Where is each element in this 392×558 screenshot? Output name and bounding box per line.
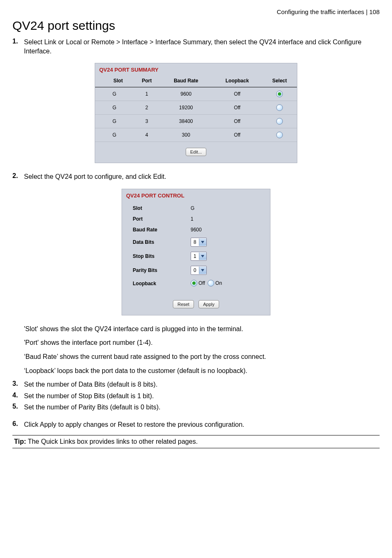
label-baud: Baud Rate	[133, 227, 191, 233]
cell-port: 4	[134, 128, 160, 142]
stop-bits-value: 1	[194, 253, 196, 259]
reset-button[interactable]: Reset	[173, 300, 194, 308]
chevron-down-icon	[199, 238, 206, 246]
chevron-down-icon	[199, 253, 206, 260]
table-row: G 2 19200 Off	[95, 101, 297, 115]
step-2-text: Select the QV24 port to configure, and c…	[24, 172, 166, 181]
step-5-text: Set the number of Parity Bits (default i…	[24, 403, 160, 412]
label-loopback: Loopback	[133, 281, 191, 286]
summary-table: Slot Port Baud Rate Loopback Select G 1 …	[95, 75, 297, 142]
apply-button[interactable]: Apply	[198, 300, 219, 308]
select-radio-2[interactable]	[276, 104, 283, 111]
label-stop-bits: Stop Bits	[133, 253, 191, 259]
cell-baud: 19200	[160, 101, 212, 115]
col-select: Select	[262, 75, 297, 87]
col-slot: Slot	[95, 75, 134, 87]
parity-bits-value: 0	[194, 267, 196, 273]
loopback-on-label: On	[215, 280, 222, 286]
cell-slot: G	[95, 115, 134, 128]
loopback-off-label: Off	[198, 280, 205, 286]
value-port: 1	[191, 216, 263, 222]
step-4: 4. Set the number of Stop Bits (default …	[12, 392, 380, 401]
cell-loopback: Off	[212, 87, 262, 101]
step-3-text: Set the number of Data Bits (default is …	[24, 380, 158, 389]
data-bits-value: 8	[194, 239, 196, 245]
cell-loopback: Off	[212, 101, 262, 115]
step-5-number: 5.	[12, 403, 24, 412]
label-data-bits: Data Bits	[133, 239, 191, 245]
step-1-number: 1.	[12, 38, 24, 55]
cell-baud: 300	[160, 128, 212, 142]
tip-box: Tip: The Quick Links box provides links …	[12, 435, 380, 448]
table-row: G 4 300 Off	[95, 128, 297, 142]
step-6: 6. Click Apply to apply changes or Reset…	[12, 420, 380, 429]
desc-baud: ‘Baud Rate’ shows the current baud rate …	[24, 352, 380, 361]
desc-loopback: ‘Loopback’ loops back the port data to t…	[24, 366, 380, 375]
loopback-on-radio[interactable]	[208, 280, 214, 286]
qv24-port-summary-panel: QV24 PORT SUMMARY Slot Port Baud Rate Lo…	[95, 63, 297, 163]
desc-port: 'Port' shows the interface port number (…	[24, 338, 380, 347]
cell-slot: G	[95, 128, 134, 142]
step-2: 2. Select the QV24 port to configure, an…	[12, 172, 380, 181]
col-baud: Baud Rate	[160, 75, 212, 87]
parity-bits-select[interactable]: 0	[191, 266, 207, 275]
label-parity-bits: Parity Bits	[133, 267, 191, 273]
header-breadcrumb: Configuring the traffic interfaces | 108	[12, 8, 380, 15]
stop-bits-select[interactable]: 1	[191, 252, 207, 261]
step-4-text: Set the number of Stop Bits (default is …	[24, 392, 154, 401]
value-baud: 9600	[191, 227, 263, 233]
page-title: QV24 port settings	[12, 19, 380, 33]
value-slot: G	[191, 205, 263, 211]
select-radio-3[interactable]	[276, 118, 283, 125]
cell-port: 1	[134, 87, 160, 101]
qv24-port-control-panel: QV24 PORT CONTROL Slot G Port 1 Baud Rat…	[122, 189, 270, 315]
tip-text: The Quick Links box provides links to ot…	[26, 438, 198, 445]
step-3: 3. Set the number of Data Bits (default …	[12, 380, 380, 389]
cell-baud: 38400	[160, 115, 212, 128]
edit-button[interactable]: Edit...	[186, 148, 206, 156]
step-6-text: Click Apply to apply changes or Reset to…	[24, 420, 244, 429]
step-1: 1. Select Link or Local or Remote > Inte…	[12, 38, 380, 55]
table-row: G 1 9600 Off	[95, 87, 297, 101]
tip-label: Tip:	[14, 438, 26, 445]
cell-baud: 9600	[160, 87, 212, 101]
cell-port: 3	[134, 115, 160, 128]
data-bits-select[interactable]: 8	[191, 238, 207, 247]
chevron-down-icon	[199, 267, 206, 274]
cell-loopback: Off	[212, 115, 262, 128]
descriptions: 'Slot' shows the slot the QV24 interface…	[24, 325, 380, 375]
col-loopback: Loopback	[212, 75, 262, 87]
step-2-number: 2.	[12, 172, 24, 181]
step-4-number: 4.	[12, 392, 24, 401]
loopback-radio-group: Off On	[191, 280, 222, 286]
label-port: Port	[133, 216, 191, 222]
step-1-text: Select Link or Local or Remote > Interfa…	[24, 38, 380, 55]
control-panel-title: QV24 PORT CONTROL	[122, 189, 270, 201]
cell-loopback: Off	[212, 128, 262, 142]
step-5: 5. Set the number of Parity Bits (defaul…	[12, 403, 380, 412]
select-radio-1[interactable]	[276, 91, 283, 97]
step-3-number: 3.	[12, 380, 24, 389]
col-port: Port	[134, 75, 160, 87]
cell-port: 2	[134, 101, 160, 115]
table-row: G 3 38400 Off	[95, 115, 297, 128]
cell-slot: G	[95, 101, 134, 115]
select-radio-4[interactable]	[276, 132, 283, 138]
desc-slot: 'Slot' shows the slot the QV24 interface…	[24, 325, 380, 334]
cell-slot: G	[95, 87, 134, 101]
loopback-off-radio[interactable]	[191, 280, 197, 286]
summary-panel-title: QV24 PORT SUMMARY	[95, 63, 297, 75]
step-6-number: 6.	[12, 420, 24, 429]
label-slot: Slot	[133, 205, 191, 211]
